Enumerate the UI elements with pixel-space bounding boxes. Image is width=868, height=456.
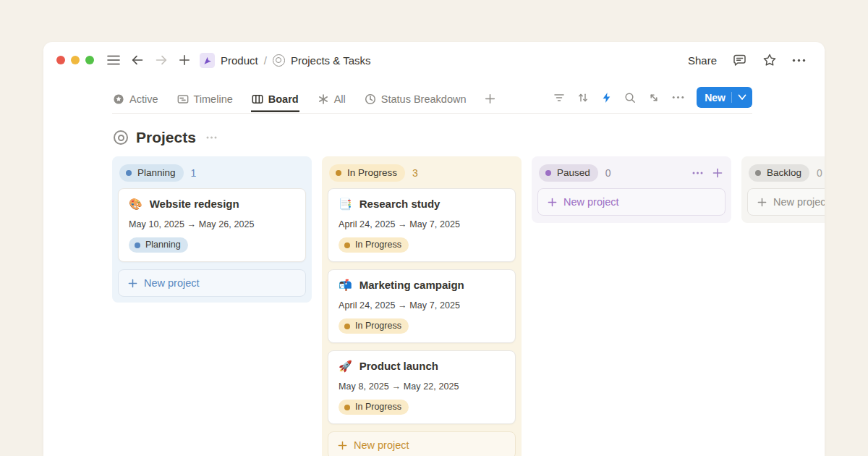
new-page-plus-icon[interactable]: [179, 54, 190, 66]
card-dates: April 24, 2025 → May 7, 2025: [339, 219, 505, 229]
card-dates: May 8, 2025 → May 22, 2025: [339, 381, 505, 392]
column-status-pill[interactable]: In Progress: [329, 164, 405, 182]
status-dot-icon: [755, 170, 761, 176]
project-card[interactable]: 🚀 Product launch May 8, 2025 → May 22, 2…: [328, 350, 516, 424]
timeline-icon: [177, 93, 189, 105]
tab-timeline[interactable]: Timeline: [176, 88, 234, 112]
card-title: Website redesign: [150, 198, 239, 210]
add-view-button[interactable]: [484, 88, 496, 111]
column-name: Backlog: [767, 166, 801, 180]
column-status-pill[interactable]: Paused: [539, 164, 598, 182]
new-project-button[interactable]: New project: [537, 188, 726, 216]
hamburger-icon[interactable]: [107, 55, 120, 65]
back-arrow-icon[interactable]: [131, 54, 144, 66]
column-count: 0: [605, 167, 611, 179]
column-more-icon[interactable]: [692, 172, 703, 174]
status-dot-icon: [344, 324, 350, 329]
view-more-icon[interactable]: [672, 96, 684, 99]
card-dates: May 10, 2025 → May 26, 2025: [129, 219, 295, 229]
card-status-badge: In Progress: [339, 237, 409, 253]
column-status-pill[interactable]: Backlog: [749, 164, 809, 182]
new-button-divider: [731, 92, 732, 103]
automations-bolt-icon[interactable]: [601, 92, 612, 104]
new-project-button[interactable]: New project: [747, 188, 825, 216]
column-name: Planning: [137, 166, 176, 180]
tab-board[interactable]: Board: [251, 88, 299, 112]
column-name: In Progress: [347, 166, 397, 180]
breadcrumb-separator: /: [264, 54, 267, 67]
card-emoji-icon: 📬: [339, 279, 352, 290]
plus-icon: [548, 198, 557, 207]
breadcrumb-workspace[interactable]: Product: [221, 54, 258, 67]
view-toolbar: New: [553, 87, 752, 113]
tab-active[interactable]: Active: [112, 88, 159, 112]
asterisk-icon: [318, 93, 329, 105]
page-title-row: Projects: [114, 129, 825, 146]
search-icon[interactable]: [624, 92, 636, 104]
column-add-icon[interactable]: [712, 168, 723, 178]
target-icon: [114, 130, 128, 145]
card-title: Research study: [359, 198, 441, 210]
tab-status-breakdown[interactable]: Status Breakdown: [364, 88, 467, 112]
project-card[interactable]: 📑 Research study April 24, 2025 → May 7,…: [328, 188, 516, 262]
board-column-backlog: Backlog 0 New project: [741, 156, 825, 223]
window-controls: [56, 56, 94, 64]
card-emoji-icon: 📑: [339, 198, 352, 209]
card-status-badge: In Progress: [339, 318, 409, 334]
card-dates: April 24, 2025 → May 7, 2025: [339, 300, 505, 311]
board-column-paused: Paused 0 New project: [532, 156, 731, 223]
kanban-board: Planning 1 🎨 Website redesign May 10, 20…: [112, 156, 825, 456]
filter-icon[interactable]: [553, 92, 565, 104]
titlebar: Product / Projects & Tasks Share: [43, 42, 825, 78]
share-button[interactable]: Share: [688, 54, 717, 67]
status-dot-icon: [344, 242, 350, 248]
card-title: Marketing campaign: [359, 279, 464, 291]
card-emoji-icon: 🚀: [339, 360, 352, 371]
workspace-icon[interactable]: [200, 53, 215, 68]
view-tab-bar: Active Timeline Board All Status Breakdo…: [112, 87, 752, 114]
minimize-button[interactable]: [71, 56, 80, 64]
page-background: { "titlebar": { "breadcrumb": { "workspa…: [0, 0, 868, 456]
more-options-icon[interactable]: [792, 59, 806, 62]
breadcrumb-page[interactable]: Projects & Tasks: [291, 54, 371, 67]
board-icon: [252, 93, 263, 105]
column-header: Planning 1: [118, 162, 306, 188]
sort-icon[interactable]: [577, 92, 589, 104]
project-card[interactable]: 📬 Marketing campaign April 24, 2025 → Ma…: [328, 269, 516, 343]
card-status-badge: Planning: [129, 237, 188, 253]
column-header: Paused 0: [537, 162, 726, 188]
status-dot-icon: [126, 170, 132, 176]
column-count: 3: [412, 167, 418, 179]
clock-icon: [365, 93, 376, 105]
column-status-pill[interactable]: Planning: [119, 164, 184, 182]
close-button[interactable]: [56, 56, 65, 64]
column-header: In Progress 3: [328, 162, 516, 188]
title-more-icon[interactable]: [206, 136, 217, 139]
page-target-icon: [273, 54, 285, 67]
column-header: Backlog 0: [747, 162, 825, 188]
status-dot-icon: [336, 170, 341, 176]
breadcrumb: Product / Projects & Tasks: [200, 53, 370, 68]
new-project-button[interactable]: New project: [118, 269, 306, 297]
expand-icon[interactable]: [648, 92, 660, 104]
column-count: 1: [191, 167, 197, 179]
tab-all[interactable]: All: [317, 88, 346, 112]
plus-icon: [757, 198, 767, 207]
favorite-star-icon[interactable]: [762, 53, 777, 67]
app-window: Product / Projects & Tasks Share Active: [43, 42, 825, 456]
star-circle-icon: [113, 93, 124, 105]
status-dot-icon: [545, 170, 551, 176]
forward-arrow-icon[interactable]: [155, 54, 168, 66]
plus-icon: [128, 279, 137, 288]
card-title: Product launch: [359, 360, 438, 372]
zoom-button[interactable]: [85, 56, 94, 64]
board-column-planning: Planning 1 🎨 Website redesign May 10, 20…: [112, 156, 312, 303]
new-button[interactable]: New: [697, 87, 752, 108]
board-column-in-progress: In Progress 3 📑 Research study April 24,…: [322, 156, 522, 456]
status-dot-icon: [344, 405, 350, 410]
plus-icon: [485, 93, 495, 104]
new-project-button[interactable]: New project: [328, 431, 516, 456]
card-emoji-icon: 🎨: [129, 198, 142, 209]
comments-icon[interactable]: [732, 53, 747, 67]
project-card[interactable]: 🎨 Website redesign May 10, 2025 → May 26…: [118, 188, 306, 262]
